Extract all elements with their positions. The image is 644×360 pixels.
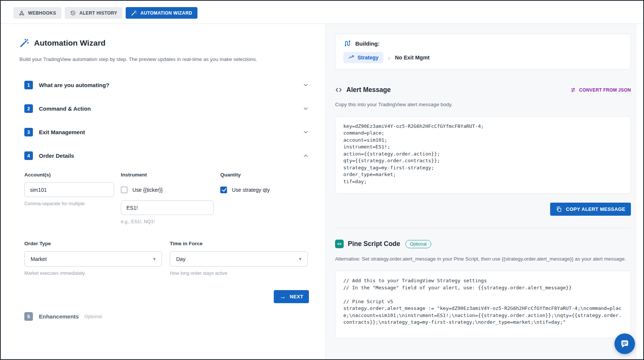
- time-in-force-label: Time in Force: [170, 241, 308, 246]
- tab-automation-wizard[interactable]: AUTOMATION WIZARD: [126, 7, 197, 19]
- instrument-input[interactable]: [121, 200, 214, 215]
- chevron-up-icon[interactable]: [303, 153, 309, 159]
- step-command-action[interactable]: 2 Command & Action: [24, 97, 309, 120]
- trending-up-icon: [348, 55, 354, 61]
- time-in-force-value: Day: [176, 256, 185, 262]
- use-ticker-checkbox[interactable]: [121, 187, 128, 193]
- accounts-hint: Comma-separate for multiple: [24, 201, 114, 206]
- exit-mgmt-crumb: No Exit Mgmt: [395, 55, 430, 61]
- copy-alert-message-button[interactable]: COPY ALERT MESSAGE: [550, 203, 631, 216]
- breadcrumb: Strategy › No Exit Mgmt: [343, 52, 623, 63]
- tab-automation-wizard-label: AUTOMATION WIZARD: [140, 11, 192, 15]
- order-type-hint: Market executes immediately: [24, 271, 162, 276]
- order-type-label: Order Type: [24, 241, 162, 246]
- wizard-panel: Automation Wizard Build your TradingView…: [1, 24, 325, 359]
- step-number-badge: 2: [24, 104, 33, 113]
- building-label: Building:: [355, 40, 380, 47]
- tab-alert-history[interactable]: ALERT HISTORY: [65, 7, 122, 19]
- quantity-field-group: Quantity Use strategy qty: [220, 172, 309, 224]
- chat-fab-button[interactable]: [614, 333, 635, 354]
- instrument-hint: e.g., ES1!, NQ1!: [121, 219, 214, 224]
- pine-code-icon: <>: [335, 240, 344, 248]
- instrument-field-group: Instrument Use {{ticker}} e.g., ES1!, NQ…: [121, 172, 214, 224]
- wand-icon: [131, 10, 137, 16]
- convert-from-json-label: CONVERT FROM JSON: [579, 87, 631, 93]
- convert-from-json-button[interactable]: CONVERT FROM JSON: [570, 87, 631, 93]
- order-type-select[interactable]: Market ▾: [24, 251, 162, 267]
- preview-panel: Building: Strategy › No Exit Mgmt: [325, 24, 636, 359]
- arrow-right-icon: →: [279, 293, 286, 300]
- pine-script-subtitle: Alternative: Set strategy.order.alert_me…: [335, 255, 631, 263]
- route-icon: [343, 40, 351, 47]
- scrollbar-gutter[interactable]: [636, 24, 643, 359]
- instrument-label: Instrument: [121, 172, 214, 178]
- chevron-down-icon[interactable]: [303, 105, 309, 112]
- step-exit-management[interactable]: 3 Exit Management: [24, 120, 309, 144]
- alert-message-title: Alert Message: [346, 86, 391, 94]
- next-button-label: NEXT: [290, 294, 303, 299]
- chat-icon: [620, 339, 630, 349]
- alert-message-code: key=dZ90Ez3amiV4Y-oz5-R2G6h2HFcCfGYfmcF8…: [343, 123, 623, 185]
- step-enhancements[interactable]: 5 Enhancements Optional: [24, 305, 309, 328]
- breadcrumb-separator: ›: [388, 55, 390, 61]
- copy-alert-message-label: COPY ALERT MESSAGE: [566, 206, 625, 212]
- history-icon: [70, 10, 76, 16]
- order-type-field-group: Order Type Market ▾ Market executes imme…: [24, 241, 162, 276]
- time-in-force-select[interactable]: Day ▾: [170, 251, 308, 267]
- alert-message-subtitle: Copy this into your TradingView alert me…: [335, 101, 631, 109]
- tab-webhooks-label: WEBHOOKS: [28, 11, 56, 15]
- pine-script-title: Pine Script Code: [348, 240, 400, 248]
- order-type-value: Market: [31, 256, 47, 262]
- tab-alert-history-label: ALERT HISTORY: [79, 11, 117, 15]
- section-divider: [335, 228, 631, 228]
- step-order-details[interactable]: 4 Order Details: [24, 144, 309, 167]
- swap-arrows-icon: [570, 87, 576, 93]
- step-number-badge: 5: [24, 312, 33, 321]
- order-details-form: Account(s) Comma-separate for multiple I…: [24, 167, 309, 305]
- quantity-label: Quantity: [220, 172, 309, 178]
- time-in-force-field-group: Time in Force Day ▾ How long order stays…: [170, 241, 308, 276]
- accounts-field-group: Account(s) Comma-separate for multiple: [24, 172, 114, 224]
- accounts-label: Account(s): [24, 172, 114, 178]
- tab-webhooks[interactable]: WEBHOOKS: [13, 7, 61, 19]
- step-title: Order Details: [39, 153, 74, 159]
- top-tab-bar: WEBHOOKS ALERT HISTORY AUTOMATION WIZARD: [1, 1, 643, 24]
- building-card: Building: Strategy › No Exit Mgmt: [335, 34, 631, 70]
- use-ticker-label: Use {{ticker}}: [132, 187, 163, 193]
- step-title: Enhancements: [39, 313, 79, 320]
- step-what-are-you-automating[interactable]: 1 What are you automating?: [24, 73, 309, 97]
- step-number-badge: 3: [24, 128, 33, 136]
- caret-down-icon: ▾: [299, 256, 301, 262]
- strategy-chip[interactable]: Strategy: [343, 52, 383, 63]
- step-title: Command & Action: [39, 105, 91, 112]
- copy-icon: [556, 206, 562, 212]
- next-button[interactable]: → NEXT: [274, 290, 309, 303]
- strategy-chip-label: Strategy: [358, 55, 378, 61]
- step-title: Exit Management: [39, 129, 85, 135]
- caret-down-icon: ▾: [153, 256, 156, 262]
- time-in-force-hint: How long order stays active: [170, 271, 308, 276]
- app-window: WEBHOOKS ALERT HISTORY AUTOMATION WIZARD: [0, 0, 644, 360]
- pine-script-code: // Add this to your TradingView Strategy…: [343, 277, 623, 326]
- wand-icon: [19, 38, 29, 48]
- alert-message-code-block[interactable]: key=dZ90Ez3amiV4Y-oz5-R2G6h2HFcCfGYfmcF8…: [335, 116, 631, 194]
- step-title: What are you automating?: [39, 82, 109, 88]
- webhook-icon: [19, 10, 25, 16]
- code-brackets-icon: [335, 86, 342, 93]
- optional-badge: Optional: [405, 240, 431, 248]
- use-strategy-qty-label: Use strategy qty: [232, 187, 270, 193]
- page-subtitle: Build your TradingView automation step b…: [19, 56, 309, 62]
- step-number-badge: 4: [24, 151, 33, 160]
- optional-tag: Optional: [85, 314, 102, 319]
- accounts-input[interactable]: [24, 182, 114, 197]
- chevron-down-icon[interactable]: [303, 82, 309, 88]
- page-title: Automation Wizard: [34, 39, 105, 47]
- chevron-down-icon[interactable]: [303, 129, 309, 135]
- step-number-badge: 1: [24, 81, 33, 89]
- use-strategy-qty-checkbox[interactable]: [220, 187, 227, 193]
- pine-script-code-block[interactable]: // Add this to your TradingView Strategy…: [335, 271, 631, 338]
